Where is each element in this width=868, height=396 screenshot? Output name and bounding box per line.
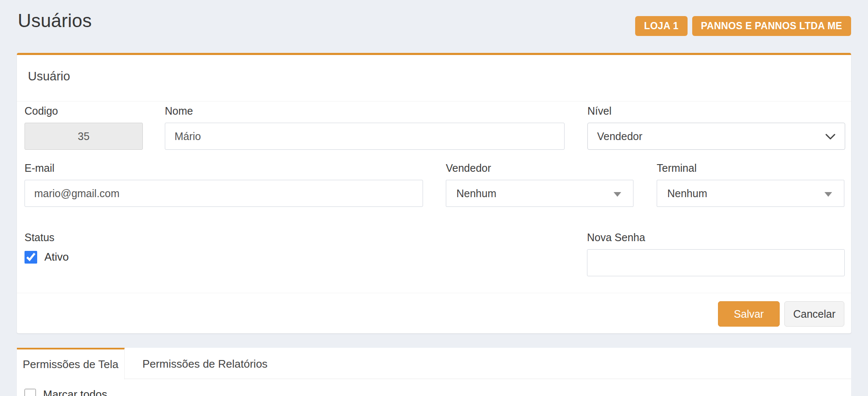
user-form-card: Usuário Codigo Nome Nível Vendedor E-mai…	[17, 53, 851, 333]
nivel-select[interactable]: Vendedor	[587, 123, 845, 150]
codigo-field-group: Codigo	[25, 105, 143, 150]
ativo-checkbox-label[interactable]: Ativo	[44, 250, 69, 264]
email-field-group: E-mail	[25, 162, 423, 207]
marcar-todos-label[interactable]: Marcar todos	[43, 388, 107, 396]
card-footer-divider	[17, 293, 851, 293]
nova-senha-field-group: Nova Senha	[587, 231, 845, 276]
nivel-selected-value: Vendedor	[597, 130, 642, 143]
nome-label: Nome	[165, 105, 565, 117]
tab-permissoes-de-relatorios[interactable]: Permissões de Relatórios	[125, 348, 285, 379]
store-badge[interactable]: LOJA 1	[635, 16, 687, 36]
company-badge[interactable]: PANNOS E PANNOS LTDA ME	[692, 16, 851, 36]
terminal-field-group: Terminal Nenhum	[657, 162, 844, 207]
tab-permissoes-de-tela[interactable]: Permissões de Tela	[17, 348, 125, 380]
vendedor-select[interactable]: Nenhum	[446, 180, 633, 207]
vendedor-selected-value: Nenhum	[456, 187, 497, 200]
nova-senha-label: Nova Senha	[587, 231, 845, 244]
card-title: Usuário	[17, 55, 851, 102]
chevron-down-icon	[824, 132, 836, 144]
tab-content: Marcar todos	[17, 379, 851, 396]
nivel-label: Nível	[587, 105, 845, 117]
store-badge-bar: LOJA 1 PANNOS E PANNOS LTDA ME	[635, 16, 851, 36]
status-label: Status	[25, 231, 194, 244]
caret-down-icon	[824, 192, 832, 197]
cancel-button[interactable]: Cancelar	[784, 301, 844, 327]
codigo-label: Codigo	[25, 105, 143, 117]
caret-down-icon	[614, 192, 621, 197]
terminal-selected-value: Nenhum	[667, 187, 707, 200]
form-actions: Salvar Cancelar	[718, 301, 844, 327]
ativo-checkbox[interactable]	[25, 251, 37, 264]
nova-senha-input[interactable]	[587, 249, 845, 276]
marcar-todos-checkbox[interactable]	[25, 389, 36, 396]
terminal-select[interactable]: Nenhum	[657, 180, 844, 207]
vendedor-field-group: Vendedor Nenhum	[446, 162, 633, 207]
email-label: E-mail	[25, 162, 423, 174]
nome-input[interactable]	[165, 123, 565, 150]
nome-field-group: Nome	[165, 105, 565, 150]
page-title: Usuários	[18, 10, 92, 31]
terminal-label: Terminal	[657, 162, 844, 174]
permissions-tabs-box: Permissões de Tela Permissões de Relatór…	[17, 348, 851, 396]
status-field-group: Status Ativo	[25, 231, 194, 264]
nivel-field-group: Nível Vendedor	[587, 105, 845, 150]
codigo-input	[25, 123, 143, 150]
email-input[interactable]	[25, 180, 423, 207]
tab-nav: Permissões de Tela Permissões de Relatór…	[17, 348, 851, 379]
vendedor-label: Vendedor	[446, 162, 633, 174]
save-button[interactable]: Salvar	[718, 301, 780, 327]
